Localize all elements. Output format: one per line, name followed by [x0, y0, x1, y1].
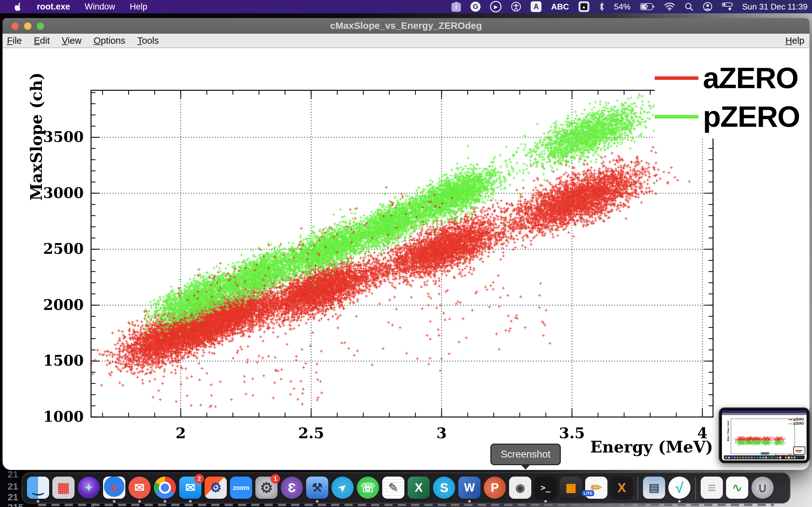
word-running-indicator — [468, 500, 471, 503]
dock-launchpad-icon-tile: ▦ — [52, 476, 74, 499]
x-tick-label: 3 — [416, 424, 467, 442]
input-source-icon[interactable]: A — [531, 1, 542, 12]
close-button[interactable] — [11, 22, 19, 30]
dock-terminal-icon[interactable]: >_ — [533, 473, 558, 503]
dock-siri-icon[interactable]: ✦ — [76, 473, 101, 503]
dock-xquartz-icon[interactable]: X — [609, 473, 635, 503]
menu-help[interactable]: Help — [785, 36, 804, 46]
xquartz-glyph: X — [618, 481, 626, 494]
gmail-running-indicator — [138, 500, 141, 503]
dock-mail-icon-tile: ✉2 — [179, 476, 201, 499]
dock-whatsapp-icon-tile: ☏ — [357, 476, 379, 499]
dock-textedit-icon-tile: ✎ — [382, 476, 404, 499]
dock-sqrt-app-icon[interactable]: √ — [667, 473, 692, 503]
settings-glyph: ⚙ — [260, 481, 273, 495]
safari-running-indicator — [113, 500, 115, 503]
settings-notification-badge: 1 — [270, 474, 280, 484]
sqrt-app-running-indicator — [678, 500, 681, 503]
menu-edit[interactable]: Edit — [34, 36, 50, 46]
screenshot-preview-thumbnail[interactable]: aZEROpZERO Energy (MeV) Rise Time (ns) — [719, 407, 810, 463]
dock-powerpoint-icon[interactable]: P — [482, 473, 507, 503]
dock-screenshot-icon[interactable]: ◉ — [507, 473, 533, 503]
menu-tools[interactable]: Tools — [137, 36, 159, 46]
menu-file[interactable]: File — [7, 36, 22, 46]
thumbnail-y-axis-label: Rise Time (ns) — [726, 420, 729, 441]
thumbnail-nested-thumbnail — [793, 447, 805, 455]
dock-excel-icon[interactable]: X — [406, 473, 432, 503]
dock-whatsapp-icon[interactable]: ☏ — [355, 473, 380, 503]
user-account-icon[interactable] — [703, 1, 712, 12]
legend-entry-aZERO: aZERO — [655, 59, 808, 97]
apple-logo-icon[interactable] — [14, 1, 22, 12]
search-icon[interactable] — [684, 1, 693, 12]
dock-word-icon[interactable]: W — [457, 473, 482, 503]
dock-textedit-icon[interactable]: ✎ — [380, 473, 406, 503]
dock-telegram-icon[interactable]: ➤ — [330, 473, 355, 503]
wifi-icon[interactable] — [664, 1, 675, 12]
menu-bar-item-root-exe[interactable]: root.exe — [37, 2, 70, 12]
battery-icon[interactable] — [640, 1, 655, 12]
maximize-button[interactable] — [37, 22, 44, 30]
root-menu-bar: FileEditViewOptionsTools Help — [3, 34, 809, 48]
grammarly-icon[interactable]: G — [470, 2, 480, 12]
dock-notes-lite-icon-tile: ✏LITE — [585, 476, 607, 499]
y-axis-title: MaxSlope (ch) — [27, 57, 44, 216]
fusion-glyph: ⚙ — [210, 481, 222, 494]
dock-fusion-icon[interactable]: ⚙ — [203, 473, 229, 503]
dock-calculator-icon[interactable]: ▦ — [558, 473, 583, 503]
dock-documents-stack-icon[interactable]: ≡ — [699, 473, 724, 503]
menu-bar-status-area: i G ▶ A ABC ▲ 54% Sun 31 Dec 11:39 — [451, 1, 812, 12]
minimize-button[interactable] — [24, 22, 32, 30]
dock-skype-icon[interactable]: S — [432, 473, 457, 503]
menu-bar-clock[interactable]: Sun 31 Dec 11:39 — [742, 2, 808, 12]
plot-legend: aZEROpZERO — [655, 59, 808, 138]
bluetooth-icon[interactable] — [599, 1, 605, 12]
dock-trash-icon[interactable]: ∪ — [750, 473, 775, 503]
dock-xcode-icon[interactable]: ⚒ — [305, 473, 330, 503]
menu-view[interactable]: View — [62, 36, 82, 46]
dock-system-settings-icon[interactable]: ⚙1 — [254, 473, 279, 503]
accessibility-icon[interactable] — [511, 1, 521, 12]
dock-gmail-icon[interactable]: ✉ — [127, 473, 152, 503]
menu-bar-item-help[interactable]: Help — [130, 2, 148, 12]
cube-info-icon[interactable]: i — [451, 2, 461, 12]
dock-terminal-icon-tile: >_ — [535, 476, 557, 499]
thumbnail-legend-entry: pZERO — [789, 421, 804, 426]
control-center-icon[interactable] — [722, 1, 733, 12]
y-tick-label: 2500 — [11, 240, 84, 257]
dock-fusion-icon-tile: ⚙ — [205, 476, 227, 499]
dock-notes-lite-icon[interactable]: ✏LITE — [583, 473, 609, 503]
dock-sqrt-app-icon-tile: √ — [668, 476, 691, 499]
abc-input-label[interactable]: ABC — [551, 2, 569, 12]
y-tick-label: 3500 — [11, 128, 84, 146]
screenshot-glyph: ◉ — [515, 482, 525, 493]
dock-launchpad-icon[interactable]: ▦ — [51, 473, 76, 503]
dock-spectrum-file-icon[interactable]: ∿ — [724, 473, 750, 503]
dock-chrome-icon[interactable] — [152, 473, 177, 503]
thumbnail-mini-titlebar — [722, 413, 807, 415]
dock-finder-icon[interactable]: ‿ — [26, 473, 51, 503]
excel-glyph: X — [415, 482, 422, 494]
x-tick-label: 2 — [155, 424, 206, 442]
blackbox-app-icon[interactable]: ▲ — [578, 1, 589, 12]
dock-trash-icon-tile: ∪ — [751, 476, 774, 499]
dock-mail-icon[interactable]: ✉2 — [177, 473, 203, 503]
dock-xcode-icon-tile: ⚒ — [306, 476, 328, 499]
dock: ‿▦✦➤✉✉2⚙zoom⚙1Ɛ⚒➤☏✎XSWP◉>_▦✏LITEX▤√≡∿∪ — [21, 472, 791, 504]
menu-bar-item-window[interactable]: Window — [85, 2, 115, 12]
dock-zoom-icon[interactable]: zoom — [229, 473, 254, 503]
menu-options[interactable]: Options — [94, 36, 125, 46]
legend-entry-pZERO: pZERO — [655, 97, 808, 136]
window-title-bar[interactable]: cMaxSlope_vs_Energy_ZEROdeg — [3, 18, 809, 34]
tooltip-tail — [521, 464, 530, 469]
dock-window-photo-icon[interactable]: ▤ — [641, 473, 667, 503]
root-menus-left: FileEditViewOptionsTools — [3, 36, 159, 46]
chrome-glyph — [161, 484, 169, 492]
dock-emacs-icon[interactable]: Ɛ — [279, 473, 305, 503]
chrome-running-indicator — [164, 500, 166, 503]
dock-separator — [695, 477, 696, 500]
play-circle-icon[interactable]: ▶ — [490, 1, 502, 12]
dock-safari-icon[interactable]: ➤ — [101, 473, 127, 503]
mail-notification-badge: 2 — [194, 474, 204, 484]
background-number: 21 — [8, 469, 18, 480]
